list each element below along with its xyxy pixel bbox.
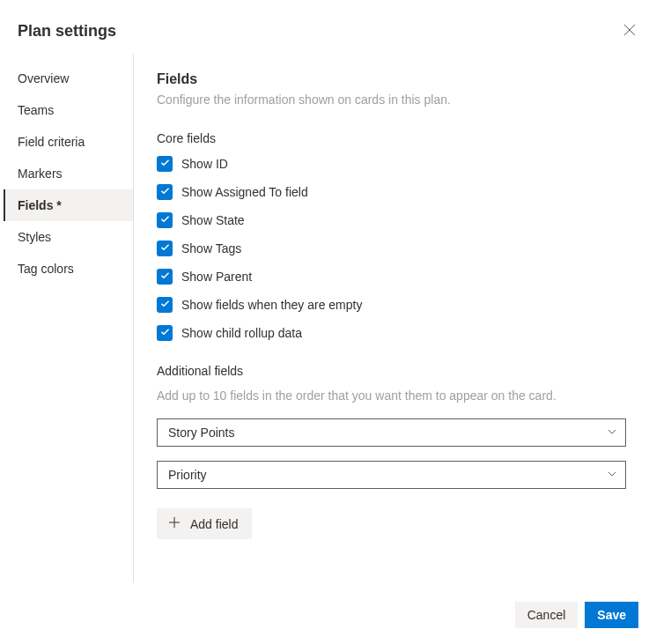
sidebar-item-fields[interactable]: Fields * [4, 189, 133, 221]
checkbox-show-id[interactable] [157, 156, 173, 172]
chevron-down-icon [607, 426, 617, 440]
checkmark-icon [159, 185, 171, 199]
sidebar-item-teams[interactable]: Teams [4, 94, 133, 126]
checkbox-label: Show fields when they are empty [181, 298, 362, 312]
cancel-button[interactable]: Cancel [515, 602, 579, 628]
checkbox-show-assigned-to[interactable] [157, 184, 173, 200]
checkbox-show-empty-fields[interactable] [157, 297, 173, 313]
checkbox-label: Show Assigned To field [181, 185, 308, 199]
checkmark-icon [159, 241, 171, 255]
close-icon [623, 23, 637, 40]
checkbox-label: Show Parent [181, 270, 252, 284]
chevron-down-icon [607, 468, 617, 482]
checkmark-icon [159, 298, 171, 312]
sidebar-item-markers[interactable]: Markers [4, 158, 133, 189]
field-dropdown-story-points[interactable]: Story Points [157, 418, 626, 447]
add-field-label: Add field [190, 517, 238, 531]
sidebar-item-tag-colors[interactable]: Tag colors [4, 253, 133, 285]
plus-icon [167, 515, 181, 532]
additional-fields-label: Additional fields [157, 364, 626, 378]
checkbox-show-parent[interactable] [157, 269, 173, 285]
footer: Cancel Save [515, 602, 638, 628]
checkmark-icon [159, 270, 171, 284]
sidebar-item-overview[interactable]: Overview [4, 63, 133, 94]
add-field-button[interactable]: Add field [157, 508, 252, 539]
save-button[interactable]: Save [585, 602, 638, 628]
page-title: Plan settings [18, 22, 116, 41]
dropdown-value: Story Points [168, 426, 234, 440]
section-title: Fields [157, 71, 626, 87]
checkbox-show-child-rollup[interactable] [157, 325, 173, 341]
core-fields-label: Core fields [157, 131, 626, 145]
checkbox-label: Show child rollup data [181, 326, 302, 340]
checkbox-show-tags[interactable] [157, 241, 173, 256]
field-dropdown-priority[interactable]: Priority [157, 461, 626, 489]
checkmark-icon [159, 213, 171, 227]
dropdown-value: Priority [168, 468, 207, 482]
sidebar-item-field-criteria[interactable]: Field criteria [4, 126, 133, 158]
sidebar: Overview Teams Field criteria Markers Fi… [4, 54, 134, 582]
additional-fields-description: Add up to 10 fields in the order that yo… [157, 389, 626, 403]
checkbox-label: Show State [181, 213, 245, 227]
section-description: Configure the information shown on cards… [157, 93, 626, 107]
checkmark-icon [159, 326, 171, 340]
checkbox-label: Show Tags [181, 241, 241, 255]
sidebar-item-styles[interactable]: Styles [4, 221, 133, 253]
close-button[interactable] [617, 18, 642, 45]
main-panel: Fields Configure the information shown o… [134, 54, 656, 582]
checkbox-label: Show ID [181, 157, 228, 171]
checkbox-show-state[interactable] [157, 212, 173, 228]
checkmark-icon [159, 157, 171, 171]
